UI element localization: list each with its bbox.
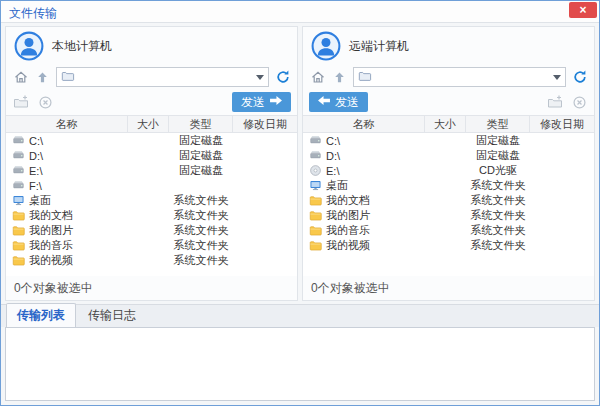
local-panel-header: 本地计算机 (6, 27, 297, 65)
file-type-cell: 系统文件夹 (169, 208, 233, 223)
file-row[interactable]: F:\ (6, 178, 297, 193)
cancel-circle-icon[interactable] (37, 94, 54, 111)
drive-icon (309, 149, 322, 162)
file-name-text: 我的音乐 (326, 223, 370, 238)
file-name-cell: 我的图片 (6, 223, 128, 238)
remote-table-body: C:\固定磁盘D:\固定磁盘E:\CD光驱桌面系统文件夹我的文档系统文件夹我的图… (303, 133, 594, 276)
remote-path-combobox[interactable] (353, 67, 566, 87)
column-header-type[interactable]: 类型 (169, 116, 233, 132)
file-row[interactable]: 我的文档系统文件夹 (303, 193, 594, 208)
file-name-cell: 桌面 (303, 178, 425, 193)
file-name-cell: 我的文档 (303, 193, 425, 208)
local-panel: 本地计算机 (5, 26, 298, 301)
column-header-date[interactable]: 修改日期 (530, 116, 594, 132)
file-row[interactable]: D:\固定磁盘 (303, 148, 594, 163)
new-folder-icon[interactable] (546, 94, 563, 111)
file-name-text: E:\ (29, 165, 42, 177)
file-row[interactable]: 我的视频系统文件夹 (303, 238, 594, 253)
file-name-cell: 我的视频 (6, 253, 128, 268)
refresh-icon[interactable] (571, 69, 588, 86)
remote-toolbar (303, 65, 594, 89)
panels-container: 本地计算机 (1, 23, 599, 301)
remote-panel-title: 远端计算机 (349, 38, 409, 55)
file-row[interactable]: 桌面系统文件夹 (303, 178, 594, 193)
file-type-cell: 系统文件夹 (466, 208, 530, 223)
file-row[interactable]: E:\固定磁盘 (6, 163, 297, 178)
file-name-text: 我的图片 (29, 223, 73, 238)
tab-transfer-list[interactable]: 传输列表 (6, 303, 76, 327)
column-header-size[interactable]: 大小 (425, 116, 466, 132)
folder-icon (12, 224, 25, 237)
file-row[interactable]: 我的音乐系统文件夹 (303, 223, 594, 238)
file-name-cell: 我的图片 (303, 208, 425, 223)
file-row[interactable]: D:\固定磁盘 (6, 148, 297, 163)
desktop-icon (12, 194, 25, 207)
file-type-cell: 系统文件夹 (169, 238, 233, 253)
drive-icon (12, 179, 25, 192)
file-row[interactable]: 我的图片系统文件夹 (303, 208, 594, 223)
column-header-size[interactable]: 大小 (128, 116, 169, 132)
column-header-name[interactable]: 名称 (303, 116, 425, 132)
home-icon[interactable] (309, 69, 326, 86)
close-icon: × (579, 4, 586, 16)
dropdown-caret-icon[interactable] (256, 75, 264, 80)
file-type-cell: 系统文件夹 (466, 178, 530, 193)
column-header-type[interactable]: 类型 (466, 116, 530, 132)
file-row[interactable]: C:\固定磁盘 (6, 133, 297, 148)
file-type-cell: 系统文件夹 (466, 223, 530, 238)
transfer-list-area[interactable] (5, 327, 595, 401)
file-name-cell: 我的文档 (6, 208, 128, 223)
file-transfer-window: 文件传输 × 本地计算机 (0, 0, 600, 406)
file-name-cell: 我的音乐 (303, 223, 425, 238)
file-type-cell: CD光驱 (466, 163, 530, 178)
dropdown-caret-icon[interactable] (553, 75, 561, 80)
file-name-cell: D:\ (6, 149, 128, 162)
file-row[interactable]: 我的文档系统文件夹 (6, 208, 297, 223)
up-directory-icon[interactable] (34, 69, 51, 86)
column-header-date[interactable]: 修改日期 (233, 116, 297, 132)
file-row[interactable]: 我的图片系统文件夹 (6, 223, 297, 238)
new-folder-icon[interactable] (12, 94, 29, 111)
file-name-cell: E:\ (6, 164, 128, 177)
file-name-text: 我的图片 (326, 208, 370, 223)
file-name-text: 我的文档 (29, 208, 73, 223)
file-type-cell: 固定磁盘 (466, 148, 530, 163)
send-to-local-button[interactable]: 发送 (309, 92, 368, 112)
file-name-cell: D:\ (303, 149, 425, 162)
file-type-cell: 固定磁盘 (169, 133, 233, 148)
drive-icon (12, 134, 25, 147)
file-row[interactable]: 我的音乐系统文件夹 (6, 238, 297, 253)
file-row[interactable]: 桌面系统文件夹 (6, 193, 297, 208)
send-to-remote-button[interactable]: 发送 (232, 92, 291, 112)
refresh-icon[interactable] (274, 69, 291, 86)
file-type-cell: 固定磁盘 (169, 148, 233, 163)
drive-icon (12, 164, 25, 177)
arrow-left-icon (318, 95, 330, 109)
cd-icon (309, 164, 322, 177)
file-name-text: E:\ (326, 165, 339, 177)
file-row[interactable]: 我的视频系统文件夹 (6, 253, 297, 268)
local-table-header: 名称 大小 类型 修改日期 (6, 116, 297, 133)
home-icon[interactable] (12, 69, 29, 86)
close-button[interactable]: × (569, 2, 597, 18)
cancel-circle-icon[interactable] (571, 94, 588, 111)
file-row[interactable]: E:\CD光驱 (303, 163, 594, 178)
file-type-cell: 固定磁盘 (169, 163, 233, 178)
remote-panel-header: 远端计算机 (303, 27, 594, 65)
remote-selection-status: 0个对象被选中 (303, 276, 594, 300)
file-name-cell: C:\ (303, 134, 425, 147)
local-table-body: C:\固定磁盘D:\固定磁盘E:\固定磁盘F:\桌面系统文件夹我的文档系统文件夹… (6, 133, 297, 276)
drive-icon (12, 149, 25, 162)
tab-transfer-log[interactable]: 传输日志 (78, 304, 146, 327)
local-toolbar (6, 65, 297, 89)
file-name-text: C:\ (326, 135, 340, 147)
column-header-name[interactable]: 名称 (6, 116, 128, 132)
local-selection-status: 0个对象被选中 (6, 276, 297, 300)
local-path-combobox[interactable] (56, 67, 269, 87)
folder-small-icon (61, 69, 75, 86)
file-name-cell: E:\ (303, 164, 425, 177)
up-directory-icon[interactable] (331, 69, 348, 86)
file-row[interactable]: C:\固定磁盘 (303, 133, 594, 148)
remote-panel: 远端计算机 (302, 26, 595, 301)
file-name-cell: 我的音乐 (6, 238, 128, 253)
